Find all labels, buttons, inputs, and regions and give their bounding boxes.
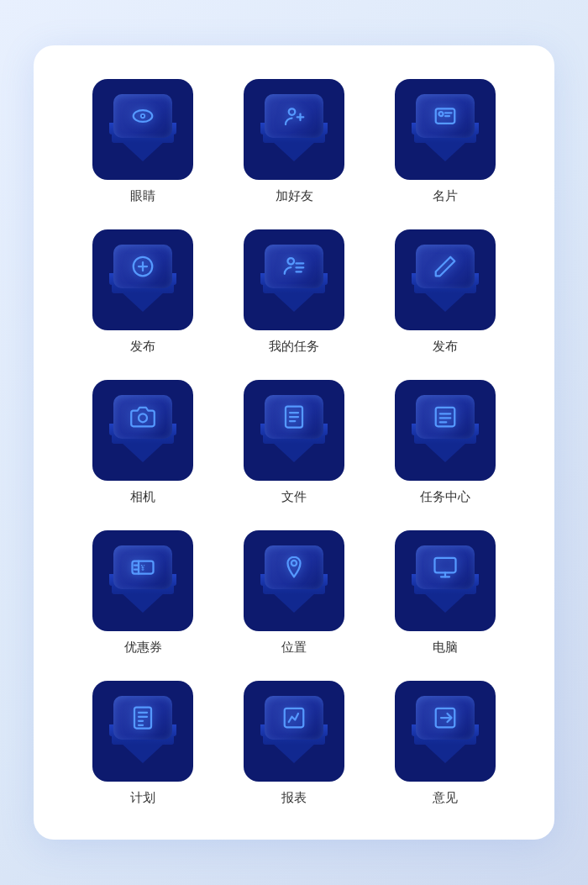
icon-grid: 眼睛 加好友: [76, 79, 512, 806]
icon-box-my-task: [244, 229, 344, 330]
icon-box-task-center: [395, 380, 496, 481]
platform-top: [416, 94, 475, 138]
card-icon: [433, 103, 458, 129]
layer3: [272, 593, 316, 613]
layer3: [121, 593, 165, 613]
icon-3d-my-task: [260, 245, 328, 316]
coupon-icon: ¥: [130, 555, 155, 580]
icon-3d-publish: [109, 245, 176, 316]
icon-item-computer[interactable]: 电脑: [378, 530, 512, 656]
label-card: 名片: [433, 188, 458, 204]
icon-item-feedback[interactable]: 意见: [378, 681, 512, 806]
platform-top: [113, 395, 172, 439]
icon-item-publish[interactable]: 发布: [76, 229, 210, 355]
icon-box-add-friend: [244, 79, 344, 180]
icon-box-eye: [92, 79, 193, 180]
icon-box-computer: [395, 530, 496, 631]
label-report: 报表: [281, 790, 307, 806]
camera-icon: [130, 404, 155, 429]
icon-box-feedback: [395, 681, 496, 782]
label-location: 位置: [281, 640, 307, 656]
platform-top: [265, 545, 323, 589]
svg-rect-22: [436, 407, 455, 426]
label-publish2: 发布: [433, 339, 458, 355]
platform-top: [416, 696, 475, 740]
icon-3d-feedback: [412, 696, 479, 767]
layer3: [121, 743, 165, 763]
layer3: [121, 292, 165, 312]
platform-top: [416, 545, 475, 589]
icon-item-coupon[interactable]: ¥ 优惠券: [76, 530, 210, 656]
layer3: [423, 141, 467, 161]
icon-3d-location: [260, 545, 328, 617]
svg-point-3: [289, 108, 296, 115]
svg-point-2: [142, 114, 144, 117]
icon-box-plan: [92, 681, 193, 782]
label-file: 文件: [281, 489, 307, 505]
label-feedback: 意见: [433, 790, 458, 806]
task-center-icon: [433, 404, 458, 429]
icon-item-plan[interactable]: 计划: [76, 681, 210, 806]
label-my-task: 我的任务: [269, 339, 319, 355]
layer3: [423, 593, 467, 613]
label-coupon: 优惠券: [124, 640, 162, 656]
platform-top: [265, 245, 323, 288]
platform-top: [416, 395, 475, 439]
icon-box-coupon: ¥: [92, 530, 193, 631]
person-list-icon: [281, 254, 307, 279]
icon-item-my-task[interactable]: 我的任务: [227, 229, 361, 355]
layer3: [423, 743, 467, 763]
platform-top: [416, 245, 475, 288]
label-camera: 相机: [130, 489, 155, 505]
platform-top: [113, 696, 172, 740]
icon-item-location[interactable]: 位置: [227, 530, 361, 656]
pencil-icon: [433, 254, 458, 279]
icon-item-add-friend[interactable]: 加好友: [227, 79, 361, 204]
icon-3d-camera: [109, 395, 176, 466]
svg-point-7: [439, 112, 444, 116]
platform-top: ¥: [113, 545, 172, 589]
label-computer: 电脑: [433, 640, 458, 656]
eye-icon: [130, 103, 155, 129]
plus-circle-icon: [130, 254, 155, 279]
platform-top: [113, 94, 172, 138]
svg-point-30: [291, 560, 297, 565]
icon-box-file: [244, 380, 344, 481]
icon-box-location: [244, 530, 344, 631]
svg-text:¥: ¥: [141, 562, 145, 572]
icon-3d-eye: [109, 94, 176, 166]
layer3: [121, 442, 165, 462]
label-eye: 眼睛: [130, 188, 155, 204]
icon-item-eye[interactable]: 眼睛: [76, 79, 210, 204]
icon-box-camera: [92, 380, 193, 481]
label-publish: 发布: [130, 339, 155, 355]
icon-item-publish2[interactable]: 发布: [378, 229, 512, 355]
layer3: [272, 442, 316, 462]
icon-item-card[interactable]: 名片: [378, 79, 512, 204]
svg-point-17: [139, 414, 147, 422]
icon-box-card: [395, 79, 496, 180]
icon-3d-file: [260, 395, 328, 466]
icon-item-camera[interactable]: 相机: [76, 380, 210, 505]
main-card: 眼睛 加好友: [34, 45, 554, 840]
add-friend-icon: [281, 103, 307, 129]
layer3: [272, 141, 316, 161]
layer3: [121, 141, 165, 161]
icon-3d-coupon: ¥: [109, 545, 176, 617]
icon-3d-report: [260, 696, 328, 767]
icon-item-file[interactable]: 文件: [227, 380, 361, 505]
icon-box-publish2: [395, 229, 496, 330]
file-icon: [281, 404, 307, 429]
layer3: [272, 292, 316, 312]
layer3: [423, 442, 467, 462]
platform-top: [113, 245, 172, 288]
icon-3d-task-center: [412, 395, 479, 466]
label-task-center: 任务中心: [420, 489, 470, 505]
icon-item-task-center[interactable]: 任务中心: [378, 380, 512, 505]
svg-point-13: [288, 258, 295, 265]
icon-box-report: [244, 681, 344, 782]
platform-top: [265, 395, 323, 439]
report-icon: [281, 705, 307, 730]
location-icon: [281, 555, 307, 580]
icon-item-report[interactable]: 报表: [227, 681, 361, 806]
